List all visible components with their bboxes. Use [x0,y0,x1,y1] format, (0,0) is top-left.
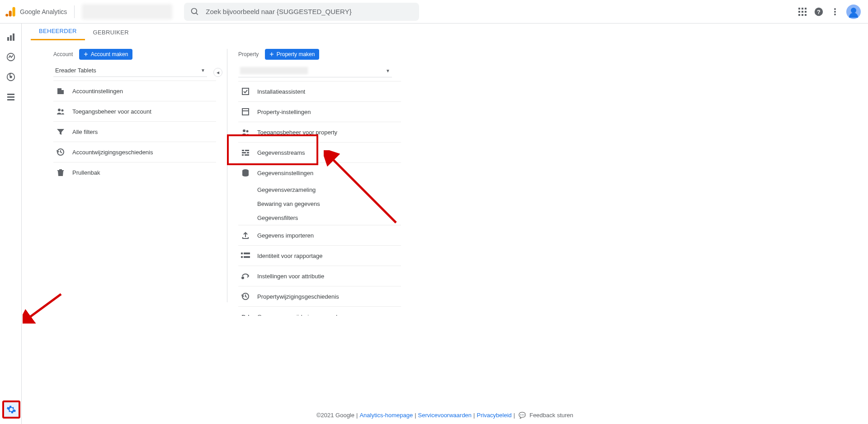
create-property-button[interactable]: +Property maken [265,49,319,60]
brand-text: Google Analytics [20,8,67,15]
data-settings-item[interactable]: Gegevensinstellingen [238,162,401,183]
feedback-icon: 💬 [519,412,526,419]
collapse-button[interactable]: ◂ [213,68,222,77]
svg-point-37 [243,129,245,132]
configure-icon[interactable] [5,91,16,102]
trash-item[interactable]: Prullenbak [53,162,216,182]
property-selector[interactable]: ▼ [238,64,392,77]
svg-rect-41 [242,152,246,153]
history-icon [56,148,65,157]
all-filters-item[interactable]: Alle filters [53,121,216,142]
people-icon [241,128,250,137]
database-icon [241,168,250,177]
checkbox-icon [241,87,250,96]
data-collection-item[interactable]: Gegevensverzameling [257,183,401,197]
data-filters-item[interactable]: Gegevensfilters [257,211,401,225]
tab-admin[interactable]: BEHEERDER [31,24,85,40]
svg-rect-47 [244,252,250,254]
account-selector[interactable]: Ereader Tablets▼ [53,64,207,77]
data-deletion-item[interactable]: DdGegevensverwijderingsverzoeken [238,306,401,316]
data-retention-item[interactable]: Bewaring van gegevens [257,197,401,211]
svg-rect-27 [7,99,14,100]
svg-rect-35 [242,109,249,115]
svg-point-38 [246,130,249,133]
svg-rect-25 [7,94,14,95]
reports-icon[interactable] [5,32,16,43]
svg-rect-29 [61,90,64,94]
svg-rect-48 [241,256,243,258]
import-data-item[interactable]: Gegevens importeren [238,225,401,245]
terms-link[interactable]: Servicevoorwaarden [418,412,472,419]
attribution-settings-item[interactable]: Instellingen voor attributie [238,266,401,286]
attribution-icon [241,272,250,281]
account-settings-item[interactable]: Accountinstellingen [53,81,216,101]
apps-icon[interactable] [797,7,807,17]
svg-rect-6 [802,8,803,10]
svg-point-16 [834,8,836,10]
data-settings-subitems: Gegevensverzameling Bewaring van gegeven… [238,183,401,225]
admin-tabs: BEHEERDER GEBRUIKER [22,24,868,41]
svg-rect-13 [805,14,807,16]
account-access-item[interactable]: Toegangsbeheer voor account [53,101,216,121]
svg-point-50 [242,277,244,279]
property-access-item[interactable]: Toegangsbeheer voor property [238,122,401,142]
svg-rect-42 [247,152,249,153]
analytics-home-link[interactable]: Analytics-homepage [359,412,413,419]
svg-rect-28 [57,88,61,94]
divider [74,5,75,18]
property-column: Property +Property maken ▼ Installatieas… [234,49,406,316]
trash-icon [56,168,65,177]
property-settings-item[interactable]: Property-instellingen [238,101,401,122]
dd-icon: Dd [241,312,250,316]
account-avatar[interactable] [846,5,861,19]
left-nav [0,24,22,424]
svg-line-4 [196,13,198,14]
privacy-link[interactable]: Privacybeleid [476,412,511,419]
admin-panel: Account +Account maken Ereader Tablets▼ … [22,41,868,330]
svg-rect-39 [242,150,244,151]
search-bar[interactable] [184,3,419,21]
property-selector-blurred[interactable] [82,4,172,19]
svg-point-18 [834,14,836,15]
logo[interactable]: Google Analytics [5,5,67,18]
identity-icon [241,251,250,260]
more-icon[interactable] [830,7,840,17]
tab-user[interactable]: GEBRUIKER [85,24,137,40]
property-history-item[interactable]: Propertywijzigingsgeschiedenis [238,286,401,306]
svg-rect-0 [13,7,15,16]
account-label: Account [53,51,73,57]
svg-rect-10 [805,11,807,13]
help-icon[interactable]: ? [814,7,824,17]
explore-icon[interactable] [5,71,16,82]
svg-text:?: ? [817,8,821,15]
svg-point-3 [192,8,197,14]
realtime-icon[interactable] [5,52,16,62]
svg-rect-20 [10,35,12,41]
svg-rect-40 [245,150,249,151]
svg-rect-26 [7,96,14,98]
upload-icon [241,231,250,240]
svg-rect-19 [7,37,9,41]
filter-icon [56,127,65,136]
svg-rect-46 [241,252,243,254]
reporting-identity-item[interactable]: Identiteit voor rapportage [238,245,401,266]
svg-point-17 [834,11,836,13]
data-streams-item[interactable]: Gegevensstreams [238,142,401,162]
svg-rect-1 [9,10,12,16]
gear-icon[interactable] [6,404,17,415]
svg-rect-12 [802,14,803,16]
plus-icon: + [269,51,274,58]
building-icon [56,86,65,95]
copyright-text: ©2021 Google [316,412,354,419]
svg-point-31 [61,110,64,112]
account-history-item[interactable]: Accountwijzigingsgeschiedenis [53,142,216,162]
search-input[interactable] [206,8,413,15]
feedback-link[interactable]: Feedback sturen [529,412,573,419]
history-icon [241,292,250,301]
setup-assistant-item[interactable]: Installatieassistent [238,81,401,101]
admin-nav-highlight [2,400,20,419]
property-label: Property [238,51,259,57]
create-account-button[interactable]: +Account maken [79,49,132,60]
svg-rect-33 [57,170,64,171]
streams-icon [241,148,250,157]
